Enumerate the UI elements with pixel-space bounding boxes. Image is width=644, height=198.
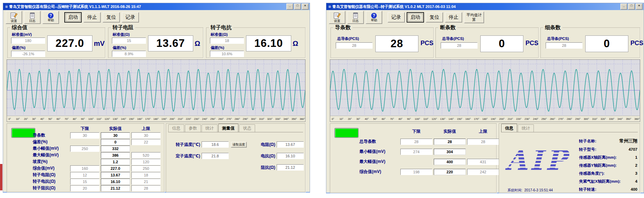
total-bars-input[interactable]: 28 (336, 42, 373, 49)
standard-value-label: 标准值(Ω) (113, 32, 130, 37)
axis-tick: 310° (592, 117, 598, 121)
group-title: 断条数 (438, 24, 457, 31)
tab-测量值[interactable]: 测量值 (218, 124, 238, 132)
axis-tick: 320° (267, 117, 273, 121)
read-temperature-button[interactable]: 读取温度 (231, 142, 247, 148)
axis-tick: 130° (440, 117, 446, 121)
row-label: 转子阻抗(Ω) (33, 185, 70, 191)
settings-button[interactable]: 设置 (6, 11, 22, 24)
max-amplitude-high[interactable]: 431 (467, 159, 499, 165)
tab-信息[interactable]: 信息 (501, 124, 517, 132)
group-thin-bar-count: 细条数 总导条(PCS) 28 0 PCS (540, 27, 640, 58)
total-bars-input[interactable]: 28 (441, 42, 478, 49)
low-cell: 15 (70, 179, 100, 185)
minimize-button[interactable]: _ (286, 3, 293, 10)
settings-button[interactable]: 设置 (329, 11, 345, 24)
column-header: 下限 (400, 129, 433, 134)
titlebar[interactable]: ※ 青岛艾普智能仪器有限公司--转子测试系统 V1.0.2 MLT 2017-0… (326, 3, 644, 10)
tab-状态[interactable]: 状态 (239, 124, 255, 132)
actual-cell: 28 (433, 139, 466, 145)
row-label: 导条数 (33, 132, 70, 138)
average-calc-button[interactable]: 平均值计算 (464, 11, 484, 23)
tab-统计[interactable]: 统计 (518, 124, 534, 132)
axis-tick: 350° (292, 117, 297, 121)
composite-value-high[interactable]: 242 (467, 169, 499, 175)
composite-value-low[interactable]: 198 (400, 169, 432, 175)
bar-count-high[interactable]: 30 (131, 132, 161, 139)
toolbar-button-label: 帮助 (48, 19, 54, 22)
axis-tick: 70° (65, 117, 68, 121)
help-button[interactable]: ?帮助 (42, 11, 59, 24)
window-title: 青岛艾普智能仪器有限公司--压铸转子测试系统 V1.1.1-WLT 2016-0… (9, 4, 285, 9)
axis-tick: 230° (194, 117, 199, 121)
composite-value-low[interactable]: 160 (70, 165, 99, 172)
start-button[interactable]: 启动 (64, 12, 82, 23)
row-label: 总导条数 (359, 139, 400, 145)
start-button[interactable]: 启动 (407, 12, 424, 23)
slope-actual: 1.2 (101, 159, 130, 165)
toolbar: 设置日志?帮助启动停止复位记录 (6, 11, 308, 25)
maximize-button[interactable]: □ (294, 3, 301, 10)
reactance-label: 电抗(Ω) (256, 153, 275, 159)
axis-tick: 180° (153, 117, 159, 121)
axis-tick: 160° (465, 117, 471, 121)
low-cell: 30 (70, 132, 100, 139)
settings-icon (333, 12, 341, 19)
axis-tick: 170° (145, 117, 151, 121)
standard-value-input[interactable]: 18 (210, 38, 244, 44)
left-edge-red-accent (0, 164, 2, 190)
standard-value-input[interactable]: 180 (11, 38, 45, 44)
axis-tick: 50° (48, 117, 52, 121)
rotor-resistance-high[interactable]: 18 (131, 172, 161, 178)
total-bar-count-low[interactable]: 28 (400, 139, 432, 145)
rotor-impedance-high[interactable]: 28 (131, 185, 161, 191)
slope-high[interactable]: 120 (131, 159, 161, 165)
axis-tick: 0° (332, 117, 334, 121)
axis-tick: 60° (57, 117, 60, 121)
maximize-button[interactable]: □ (628, 3, 635, 10)
axis-tick: 310° (259, 117, 264, 121)
row-label: 最大幅值(mV) (359, 159, 400, 165)
system-time-value: 2017-6-3 15:51:44 (524, 188, 553, 192)
axis-tick: 150° (457, 117, 463, 121)
row-label: 转子电抗(Ω) (33, 179, 70, 184)
record-button[interactable]: 记录 (122, 12, 139, 23)
rotor-reactance-high[interactable]: 21 (131, 179, 161, 185)
max-amplitude-high[interactable]: 520 (131, 152, 161, 158)
total-bars-input[interactable]: 28 (546, 42, 582, 49)
min-amplitude-actual: 304 (434, 149, 466, 155)
bar-count-low[interactable]: 30 (70, 132, 99, 139)
titlebar[interactable]: ※ 青岛艾普智能仪器有限公司--压铸转子测试系统 V1.1.1-WLT 2016… (3, 3, 310, 10)
rotor-reactance-low[interactable]: 15 (70, 179, 99, 185)
close-button[interactable]: × (636, 3, 643, 10)
total-bar-count-high[interactable]: 28 (467, 139, 499, 145)
tab-参数[interactable]: 参数 (185, 124, 201, 132)
min-amplitude-low[interactable]: 250 (70, 146, 99, 152)
composite-value-high[interactable]: 250 (131, 165, 161, 172)
reset-button[interactable]: 复位 (426, 12, 443, 23)
stop-button[interactable]: 停止 (83, 12, 101, 23)
measured-value-display: 0 (585, 35, 628, 52)
record-button[interactable]: 记录 (388, 12, 405, 23)
minimize-button[interactable]: _ (620, 3, 627, 10)
tab-统计[interactable]: 统计 (202, 124, 218, 132)
tab-信息[interactable]: 信息 (168, 124, 184, 132)
close-button[interactable]: × (302, 3, 309, 10)
rotor-impedance-low[interactable]: 20 (70, 185, 99, 191)
limit-row-min-amplitude: 最小幅值(mV)250332 (33, 145, 161, 152)
rotor-resistance-low[interactable]: 12 (70, 172, 99, 178)
log-button[interactable]: 日志 (347, 11, 364, 24)
stop-button[interactable]: 停止 (445, 12, 462, 23)
help-button[interactable]: ?帮助 (366, 11, 382, 24)
reset-button[interactable]: 复位 (103, 12, 120, 23)
rotor-name-value: 常州三翔 (619, 138, 637, 144)
deviation-high[interactable]: 22 (131, 139, 161, 145)
limit-row-deviation: 偏差(%)022 (33, 139, 161, 145)
log-button[interactable]: 日志 (24, 11, 41, 24)
low-cell: 28 (400, 139, 433, 145)
min-amplitude-low[interactable]: 274 (400, 149, 432, 155)
sensor-x-distance-value: 1 (635, 155, 637, 159)
standard-value-input[interactable]: 15 (112, 38, 146, 44)
axis-tick: 280° (567, 117, 572, 121)
rotor-info-list: 转子名称:常州三翔转子型号:4707传感器X轴距离(mm):1传感器Y轴距离(m… (579, 138, 637, 192)
